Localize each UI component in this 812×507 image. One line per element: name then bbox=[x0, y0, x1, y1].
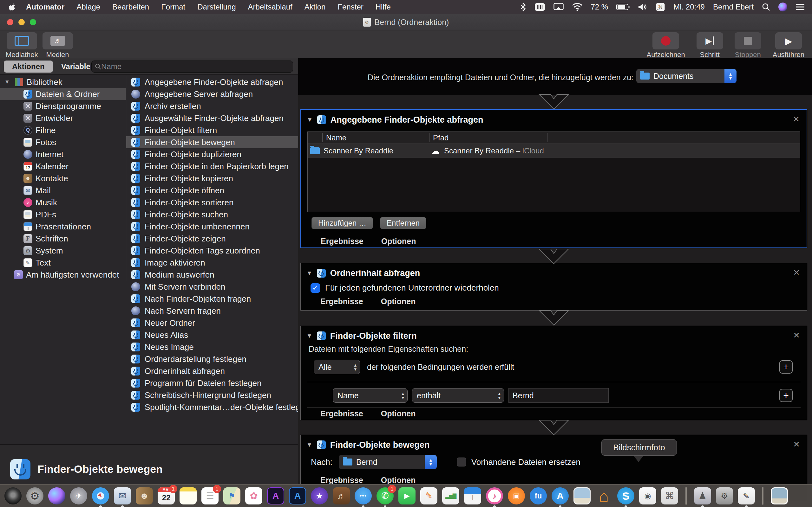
close-icon[interactable]: ✕ bbox=[793, 268, 800, 278]
action-list-item[interactable]: Finder-Objekt filtern bbox=[126, 124, 298, 136]
siri-icon[interactable] bbox=[778, 3, 787, 11]
dock-app-icon[interactable]: ★ bbox=[311, 487, 328, 504]
dock-app-icon[interactable]: ✎ bbox=[420, 487, 438, 504]
action-list-item[interactable]: Nach Servern fragen bbox=[126, 305, 298, 317]
wifi-icon[interactable] bbox=[572, 3, 583, 11]
condition-operator-dropdown[interactable]: enthält ▴▾ bbox=[412, 388, 504, 403]
menu-item[interactable]: Fenster bbox=[338, 3, 363, 11]
condition-field-dropdown[interactable]: Name ▴▾ bbox=[333, 388, 408, 403]
dock-app-icon[interactable]: ✈ bbox=[70, 487, 87, 504]
sidebar-item[interactable]: ▼ Bibliothek bbox=[0, 76, 126, 88]
disclosure-triangle-icon[interactable]: ▼ bbox=[306, 270, 312, 277]
column-header-name[interactable]: Name bbox=[326, 133, 346, 142]
sidebar-item[interactable]: Am häufigsten verwendet bbox=[0, 269, 126, 281]
sidebar-item[interactable]: Schriften bbox=[0, 233, 126, 245]
toolbar-button[interactable]: Aufzeichnen bbox=[647, 32, 685, 59]
battery-icon[interactable] bbox=[616, 3, 629, 11]
action-list-item[interactable]: Finder-Objekte umbenennen bbox=[126, 221, 298, 233]
action-list-item[interactable]: Finder-Objekte öffnen bbox=[126, 184, 298, 196]
menu-item[interactable]: Darstellung bbox=[197, 3, 236, 11]
volume-icon[interactable] bbox=[638, 3, 647, 11]
dock-app-icon[interactable]: ▣ bbox=[508, 487, 525, 504]
dock-app-icon[interactable]: ✿ bbox=[245, 487, 262, 504]
disclosure-triangle-icon[interactable]: ▼ bbox=[306, 332, 312, 339]
action-block-finder-objekte-filtern[interactable]: ▼ Finder-Objekte filtern ✕ Dateien mit f… bbox=[300, 326, 807, 420]
dock-app-icon[interactable] bbox=[180, 487, 197, 504]
dock-app-icon[interactable]: 22 1 bbox=[158, 487, 175, 504]
finder-items-table[interactable]: Name Pfad Scanner By Readdle ☁ Scanner B… bbox=[307, 131, 800, 212]
action-list-item[interactable]: Archiv erstellen bbox=[126, 100, 298, 112]
dock-app-icon[interactable]: ⌘ bbox=[661, 487, 678, 504]
options-link[interactable]: Optionen bbox=[381, 297, 416, 306]
dock-app-icon[interactable]: ▲ bbox=[92, 487, 109, 504]
dock-app-icon[interactable]: ☰ 1 bbox=[201, 487, 218, 504]
action-list-item[interactable]: Neues Image bbox=[126, 341, 298, 353]
menu-user[interactable]: Bernd Ebert bbox=[713, 3, 754, 11]
action-list-item[interactable]: Finder-Objekten Tags zuordnen bbox=[126, 245, 298, 257]
dock-app-icon[interactable]: ✎ bbox=[738, 487, 755, 504]
match-mode-dropdown[interactable]: Alle ▴▾ bbox=[314, 360, 360, 374]
dock-app-icon[interactable] bbox=[4, 487, 21, 504]
menu-item[interactable]: Arbeitsablauf bbox=[248, 3, 293, 11]
close-icon[interactable]: ✕ bbox=[793, 114, 800, 124]
folder-action-target-dropdown[interactable]: Documents ▴▾ bbox=[636, 69, 737, 83]
dock-app-icon[interactable]: ⚑ bbox=[223, 487, 241, 504]
action-search-field[interactable] bbox=[91, 60, 293, 72]
dock-app-icon[interactable]: ♬ bbox=[333, 487, 350, 504]
dock-app-icon[interactable]: ⚙ bbox=[716, 487, 733, 504]
action-list-item[interactable]: Ordnerdarstellung festlegen bbox=[126, 353, 298, 365]
toolbar-button[interactable]: Ausführen bbox=[773, 32, 804, 59]
destination-folder-dropdown[interactable]: Bernd ▴▾ bbox=[339, 455, 437, 469]
sidebar-item[interactable]: Filme bbox=[0, 124, 126, 136]
dock-app-icon[interactable]: ♟ bbox=[694, 487, 711, 504]
results-link[interactable]: Ergebnisse bbox=[320, 409, 363, 418]
action-list-item[interactable]: Finder-Objekte zeigen bbox=[126, 233, 298, 245]
menu-item[interactable]: Aktion bbox=[305, 3, 326, 11]
action-list-item[interactable]: Angegebene Server abfragen bbox=[126, 88, 298, 100]
table-row[interactable]: Scanner By Readdle ☁ Scanner By Readdle … bbox=[308, 144, 800, 158]
dock-app-icon[interactable]: ♪ bbox=[486, 487, 503, 504]
dock-app-icon[interactable] bbox=[686, 487, 687, 505]
toolbar-button[interactable]: Mediathek bbox=[6, 32, 38, 59]
results-link[interactable]: Ergebnisse bbox=[320, 297, 363, 306]
action-list-item[interactable]: Finder-Objekte in den Papierkorb legen bbox=[126, 160, 298, 172]
condition-value-field[interactable] bbox=[508, 388, 609, 403]
search-input[interactable] bbox=[101, 62, 290, 71]
tab-aktionen[interactable]: Aktionen bbox=[4, 60, 53, 72]
repeat-subfolders-checkbox[interactable]: ✓ bbox=[310, 283, 320, 293]
toolbar-button[interactable]: Medien bbox=[43, 32, 73, 59]
dock-app-icon[interactable]: A bbox=[289, 487, 306, 504]
action-list-item[interactable]: Neuer Ordner bbox=[126, 317, 298, 329]
results-link[interactable]: Ergebnisse bbox=[320, 475, 363, 485]
action-list-item[interactable]: Nach Finder-Objekten fragen bbox=[126, 293, 298, 305]
dock-app-icon[interactable]: A bbox=[267, 487, 284, 504]
dock-app-icon[interactable]: ▶ bbox=[398, 487, 415, 504]
action-list-item[interactable]: Schreibtisch-Hintergrund festlegen bbox=[126, 389, 298, 401]
sidebar-item[interactable]: PDFs bbox=[0, 209, 126, 221]
add-items-button[interactable]: Hinzufügen … bbox=[311, 217, 373, 229]
disclosure-triangle-icon[interactable]: ▼ bbox=[307, 116, 313, 123]
column-header-pfad[interactable]: Pfad bbox=[433, 133, 449, 142]
toolbar-button[interactable]: Schritt bbox=[697, 32, 723, 59]
sidebar-item[interactable]: Fotos bbox=[0, 136, 126, 148]
notification-center-icon[interactable] bbox=[796, 3, 805, 11]
sidebar-item[interactable]: Internet bbox=[0, 148, 126, 160]
dock-app-icon[interactable] bbox=[48, 487, 65, 504]
sidebar-item[interactable]: Kalender bbox=[0, 160, 126, 172]
add-condition-button[interactable]: + bbox=[779, 360, 793, 374]
sidebar-item[interactable]: Entwickler bbox=[0, 112, 126, 124]
dock-app-icon[interactable]: A bbox=[552, 487, 569, 504]
dock-app-icon[interactable]: ••• bbox=[355, 487, 372, 504]
action-list-item[interactable]: Ausgewählte Finder-Objekte abfragen bbox=[126, 112, 298, 124]
action-list-item[interactable]: Finder-Objekte suchen bbox=[126, 209, 298, 221]
sidebar-item[interactable]: Musik bbox=[0, 196, 126, 209]
sidebar-item[interactable]: Mail bbox=[0, 184, 126, 196]
sidebar-item[interactable]: Präsentationen bbox=[0, 221, 126, 233]
action-block-angegebene-finder-objekte[interactable]: ▼ Angegebene Finder-Objekte abfragen ✕ N… bbox=[300, 109, 807, 248]
action-list-item[interactable]: Spotlight-Kommentar…der-Objekte festlege… bbox=[126, 401, 298, 413]
options-link[interactable]: Optionen bbox=[381, 475, 416, 485]
action-list-item[interactable]: Finder-Objekte bewegen bbox=[126, 136, 298, 148]
remove-items-button[interactable]: Entfernen bbox=[380, 217, 426, 229]
menu-clock[interactable]: Mi. 20:49 bbox=[673, 3, 705, 11]
add-condition-button[interactable]: + bbox=[779, 389, 793, 402]
